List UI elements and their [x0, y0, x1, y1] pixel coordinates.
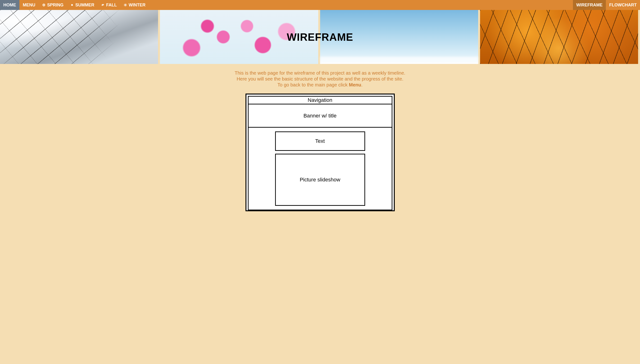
nav-flowchart[interactable]: FLOWCHART	[606, 0, 640, 10]
svg-point-0	[43, 4, 44, 6]
leaf-icon	[101, 3, 105, 7]
nav-summer[interactable]: SUMMER	[67, 0, 98, 10]
wf-slideshow: Picture slideshow	[275, 154, 365, 206]
wf-body: Text Picture slideshow	[248, 128, 392, 210]
main-content: This is the web page for the wireframe o…	[0, 64, 640, 211]
svg-point-9	[71, 4, 73, 6]
wf-text: Text	[275, 132, 365, 151]
nav-menu[interactable]: MENU	[20, 0, 39, 10]
flower-icon	[42, 3, 46, 7]
svg-point-8	[44, 5, 45, 6]
svg-point-3	[43, 4, 43, 6]
svg-point-6	[44, 4, 45, 4]
nav-home[interactable]: HOME	[0, 0, 20, 10]
top-nav: HOME MENU SPRING SUMMER FALL	[0, 0, 640, 10]
nav-label: SPRING	[47, 2, 64, 8]
nav-label: HOME	[3, 2, 16, 8]
snowflake-icon	[124, 3, 127, 7]
intro-line-1: This is the web page for the wireframe o…	[235, 70, 405, 76]
intro-line-3-pre: To go back to the main page click	[277, 82, 349, 88]
banner: WIREFRAME	[0, 10, 640, 64]
intro-line-3-bold: Menu	[349, 82, 361, 88]
nav-label: FALL	[106, 2, 117, 8]
intro-text: This is the web page for the wireframe o…	[0, 70, 640, 88]
nav-label: SUMMER	[75, 2, 94, 8]
nav-label: FLOWCHART	[609, 2, 637, 8]
wireframe-diagram: Navigation Banner w/ title Text Picture …	[246, 94, 395, 211]
svg-point-7	[43, 5, 43, 6]
wf-banner: Banner w/ title	[248, 104, 392, 128]
nav-spring[interactable]: SPRING	[39, 0, 67, 10]
intro-line-2: Here you will see the basic structure of…	[237, 76, 403, 82]
nav-winter[interactable]: WINTER	[120, 0, 149, 10]
banner-image-fall	[480, 10, 638, 64]
nav-left: HOME MENU SPRING SUMMER FALL	[0, 0, 149, 10]
sun-icon	[70, 3, 74, 7]
svg-point-5	[43, 4, 43, 4]
page-title: WIREFRAME	[287, 31, 353, 43]
banner-image-winter	[0, 10, 158, 64]
nav-label: WINTER	[129, 2, 146, 8]
nav-fall[interactable]: FALL	[98, 0, 120, 10]
svg-point-1	[43, 4, 44, 4]
nav-right: WIREFRAME FLOWCHART	[573, 0, 640, 10]
nav-label: WIREFRAME	[576, 2, 602, 8]
nav-wireframe[interactable]: WIREFRAME	[573, 0, 606, 10]
wf-navigation: Navigation	[248, 96, 392, 104]
svg-point-4	[45, 4, 46, 6]
nav-label: MENU	[23, 2, 35, 8]
intro-line-3-post: .	[361, 82, 363, 88]
svg-point-2	[43, 6, 44, 7]
